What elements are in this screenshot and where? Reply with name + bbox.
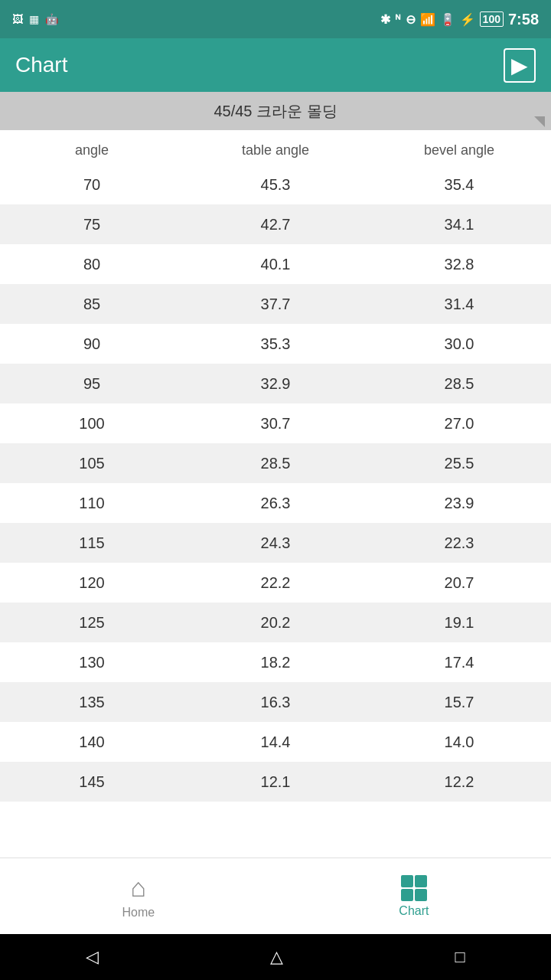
table-row: 130 18.2 17.4 [0,642,551,682]
cell-angle: 110 [0,495,184,512]
cell-bevel-angle: 28.5 [367,375,551,393]
col-header-angle: angle [0,142,184,158]
cell-angle: 100 [0,415,184,433]
table-row: 85 37.7 31.4 [0,284,551,324]
cell-angle: 75 [0,216,184,234]
cell-table-angle: 28.5 [184,455,367,472]
cell-bevel-angle: 34.1 [367,216,551,234]
cell-table-angle: 35.3 [184,335,367,353]
table-row: 145 12.1 12.2 [0,762,551,802]
cell-angle: 120 [0,574,184,592]
android-nav-bar: ◁ △ □ [0,934,551,980]
play-icon-button[interactable]: ▶ [504,48,536,83]
cell-bevel-angle: 32.8 [367,256,551,273]
chart-icon [401,875,427,901]
section-header-text: 45/45 크라운 몰딩 [214,101,337,122]
nav-chart[interactable]: Chart [399,875,429,918]
image-icon: 🖼 [12,13,23,25]
home-icon: ⌂ [131,873,147,903]
table-row: 140 14.4 14.0 [0,722,551,762]
table-row: 80 40.1 32.8 [0,244,551,284]
cell-table-angle: 20.2 [184,614,367,632]
minus-icon: ⊖ [406,12,416,27]
cell-table-angle: 40.1 [184,256,367,273]
cell-table-angle: 12.1 [184,773,367,791]
cell-bevel-angle: 14.0 [367,733,551,751]
cell-table-angle: 16.3 [184,694,367,711]
flash-icon: ⚡ [460,12,475,27]
cell-angle: 105 [0,455,184,472]
cell-bevel-angle: 22.3 [367,534,551,552]
table-row: 100 30.7 27.0 [0,403,551,443]
app-bar: Chart ▶ [0,38,551,92]
cell-bevel-angle: 23.9 [367,495,551,512]
app-bar-title: Chart [15,53,67,77]
cell-bevel-angle: 15.7 [367,694,551,711]
cell-bevel-angle: 17.4 [367,654,551,671]
table-row: 120 22.2 20.7 [0,563,551,603]
cell-table-angle: 26.3 [184,495,367,512]
bluetooth-icon: ✱ [380,12,390,27]
back-button[interactable]: ◁ [86,947,99,967]
table-header: angle table angle bevel angle [0,130,551,165]
table-rows: 70 45.3 35.4 75 42.7 34.1 80 40.1 32.8 8… [0,165,551,802]
wifi-icon: 📶 [420,12,435,27]
col-header-table-angle: table angle [184,142,367,158]
home-button[interactable]: △ [270,947,283,967]
cell-bevel-angle: 31.4 [367,296,551,313]
cell-bevel-angle: 30.0 [367,335,551,353]
battery-alert-icon: 🪫 [440,12,455,27]
recents-button[interactable]: □ [455,947,465,967]
cell-angle: 145 [0,773,184,791]
table-row: 105 28.5 25.5 [0,443,551,483]
cell-table-angle: 14.4 [184,733,367,751]
cell-bevel-angle: 27.0 [367,415,551,433]
table-container[interactable]: angle table angle bevel angle 70 45.3 35… [0,130,551,858]
nav-home-label: Home [122,906,155,920]
cell-angle: 90 [0,335,184,353]
expand-icon [534,116,545,127]
cell-angle: 115 [0,534,184,552]
cell-table-angle: 30.7 [184,415,367,433]
table-row: 135 16.3 15.7 [0,682,551,722]
grid-icon: ▦ [29,13,39,25]
status-bar-right: ✱ ᴺ ⊖ 📶 🪫 ⚡ 100 7:58 [380,11,539,28]
bottom-nav: ⌂ Home Chart [0,858,551,934]
nfc-icon: ᴺ [395,12,401,27]
table-row: 70 45.3 35.4 [0,165,551,204]
cell-table-angle: 24.3 [184,534,367,552]
status-time: 7:58 [508,11,539,28]
table-row: 115 24.3 22.3 [0,523,551,563]
cell-table-angle: 45.3 [184,176,367,194]
cell-angle: 140 [0,733,184,751]
cell-table-angle: 37.7 [184,296,367,313]
cell-bevel-angle: 19.1 [367,614,551,632]
play-icon: ▶ [511,53,528,78]
cell-table-angle: 18.2 [184,654,367,671]
table-row: 110 26.3 23.9 [0,483,551,523]
nav-home[interactable]: ⌂ Home [122,873,155,920]
table-row: 95 32.9 28.5 [0,364,551,403]
col-header-bevel-angle: bevel angle [367,142,551,158]
cell-angle: 135 [0,694,184,711]
nav-chart-label: Chart [399,904,429,918]
cell-table-angle: 32.9 [184,375,367,393]
table-row: 125 20.2 19.1 [0,603,551,642]
cell-angle: 80 [0,256,184,273]
section-header: 45/45 크라운 몰딩 [0,92,551,130]
cell-angle: 95 [0,375,184,393]
table-row: 90 35.3 30.0 [0,324,551,364]
cell-table-angle: 22.2 [184,574,367,592]
cell-bevel-angle: 35.4 [367,176,551,194]
cell-bevel-angle: 25.5 [367,455,551,472]
battery-full-icon: 100 [480,11,504,27]
cell-bevel-angle: 20.7 [367,574,551,592]
android-icon: 🤖 [45,13,58,25]
cell-table-angle: 42.7 [184,216,367,234]
cell-angle: 125 [0,614,184,632]
cell-angle: 85 [0,296,184,313]
status-bar: 🖼 ▦ 🤖 ✱ ᴺ ⊖ 📶 🪫 ⚡ 100 7:58 [0,0,551,38]
cell-angle: 130 [0,654,184,671]
table-row: 75 42.7 34.1 [0,204,551,244]
cell-bevel-angle: 12.2 [367,773,551,791]
